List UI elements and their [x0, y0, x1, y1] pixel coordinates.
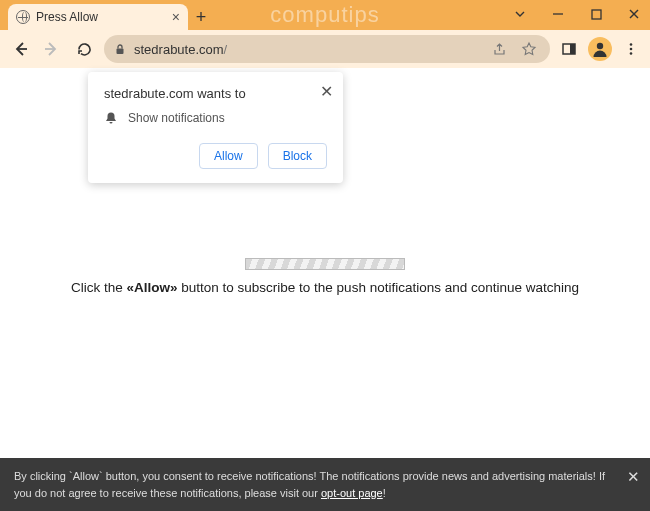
svg-rect-8: [570, 44, 575, 54]
back-button[interactable]: [8, 37, 32, 61]
svg-point-9: [597, 43, 603, 49]
page-content: ✕ stedrabute.com wants to Show notificat…: [0, 68, 650, 511]
svg-point-11: [630, 48, 633, 51]
minimize-icon[interactable]: [548, 4, 568, 24]
permission-row: Show notifications: [104, 111, 327, 125]
lock-icon: [114, 43, 126, 55]
reload-button[interactable]: [72, 37, 96, 61]
svg-rect-1: [592, 10, 601, 19]
close-tab-icon[interactable]: ×: [172, 9, 180, 25]
opt-out-link[interactable]: opt-out page: [321, 487, 383, 499]
loading-bar: [245, 258, 405, 270]
svg-point-10: [630, 43, 633, 46]
consent-text: By clicking `Allow` button, you consent …: [14, 470, 605, 499]
dropdown-icon[interactable]: [510, 4, 530, 24]
side-panel-icon[interactable]: [558, 41, 580, 57]
popup-buttons: Allow Block: [104, 143, 327, 169]
address-bar[interactable]: stedrabute.com/: [104, 35, 550, 63]
tab-title: Press Allow: [36, 10, 166, 24]
watermark-text: computips: [270, 2, 379, 28]
browser-titlebar: Press Allow × + computips: [0, 0, 650, 30]
page-center: Click the «Allow» button to subscribe to…: [0, 258, 650, 295]
allow-button[interactable]: Allow: [199, 143, 258, 169]
menu-icon[interactable]: [620, 42, 642, 56]
url-text: stedrabute.com/: [134, 42, 480, 57]
block-button[interactable]: Block: [268, 143, 327, 169]
profile-icon[interactable]: [588, 37, 612, 61]
svg-rect-6: [117, 49, 124, 55]
instruction-text: Click the «Allow» button to subscribe to…: [71, 280, 579, 295]
browser-tab[interactable]: Press Allow ×: [8, 4, 188, 30]
new-tab-button[interactable]: +: [188, 4, 214, 30]
consent-bar: ✕ By clicking `Allow` button, you consen…: [0, 458, 650, 511]
bookmark-icon[interactable]: [518, 41, 540, 57]
permission-label: Show notifications: [128, 111, 225, 125]
close-consent-icon[interactable]: ✕: [627, 466, 640, 489]
svg-point-12: [630, 52, 633, 55]
bell-icon: [104, 111, 118, 125]
close-popup-icon[interactable]: ✕: [320, 82, 333, 101]
share-icon[interactable]: [488, 42, 510, 57]
forward-button[interactable]: [40, 37, 64, 61]
window-controls: [510, 4, 644, 24]
maximize-icon[interactable]: [586, 4, 606, 24]
close-window-icon[interactable]: [624, 4, 644, 24]
globe-icon: [16, 10, 30, 24]
permission-popup: ✕ stedrabute.com wants to Show notificat…: [88, 72, 343, 183]
browser-toolbar: stedrabute.com/: [0, 30, 650, 68]
popup-title: stedrabute.com wants to: [104, 86, 327, 101]
